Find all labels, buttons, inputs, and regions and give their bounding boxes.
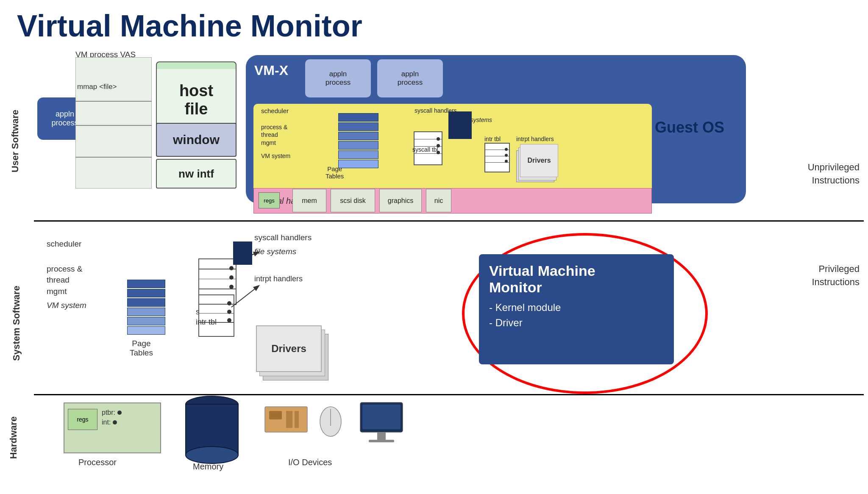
- guest-scsi-disk-box: scsi disk: [331, 189, 375, 212]
- vas-container: [75, 57, 152, 189]
- hw-io-icons-svg: [263, 398, 411, 453]
- system-software-label: System Software: [11, 286, 22, 361]
- guest-filesys-dark: [448, 111, 472, 139]
- guest-vm-system-label: VM system: [261, 153, 290, 159]
- guest-os-inner: scheduler process & thread mgmt VM syste…: [253, 104, 652, 197]
- sys-filesys-dark-box: [233, 241, 252, 265]
- vas-line-2: [75, 125, 152, 126]
- guest-os-label: Guest OS: [655, 119, 724, 136]
- guest-drivers-box: Drivers: [516, 150, 554, 182]
- unprivileged-instructions-label: Unprivileged Instructions: [808, 161, 860, 187]
- page-title: Virtual Machine Monitor: [17, 8, 362, 43]
- guest-syscall-tbl-label: syscall tbl: [412, 146, 438, 153]
- privileged-instructions-label: Privileged Instructions: [812, 263, 860, 289]
- window-label: window: [173, 133, 220, 147]
- sys-page-tables-label: Page Tables: [130, 339, 153, 358]
- sys-file-systems-label: file systems: [254, 247, 296, 256]
- host-file-label: host file: [179, 82, 213, 118]
- guest-appln-box-1: appln process: [305, 59, 371, 97]
- vmm-item-1: - Kernel module: [489, 302, 664, 314]
- guest-appln-2-label: appln process: [398, 70, 423, 87]
- vmm-item-2: - Driver: [489, 317, 664, 329]
- sys-drivers-box-front: Drivers: [256, 325, 322, 372]
- guest-appln-box-2: appln process: [377, 59, 443, 97]
- hw-ptbr-label: ptbr:: [102, 409, 115, 416]
- sys-pt-stack: [127, 280, 165, 336]
- sys-syscall-handlers-label: syscall handlers: [254, 233, 312, 242]
- vmm-box-title: Virtual Machine Monitor: [489, 263, 664, 296]
- hardware-label: Hardware: [8, 416, 19, 459]
- sys-drivers-label: Drivers: [271, 343, 306, 355]
- sys-vm-system-label: VM system: [47, 301, 86, 310]
- hw-ptbr-dot: [117, 411, 122, 415]
- sys-scheduler-label: scheduler: [47, 239, 81, 249]
- sys-intr-tbl-lines: [198, 294, 234, 337]
- sys-process-thread-label: process & thread mgmt: [47, 252, 82, 297]
- nwintf-box: nw intf: [156, 159, 236, 189]
- divider-system-hardware: [34, 394, 864, 395]
- svg-rect-8: [295, 411, 299, 428]
- hw-processor-label: Processor: [78, 458, 117, 467]
- guest-pt-stack: [338, 113, 378, 169]
- guest-scheduler-label: scheduler: [261, 107, 289, 114]
- hw-processor-area: regs ptbr: int:: [64, 402, 161, 453]
- vmm-box: Virtual Machine Monitor - Kernel module …: [479, 254, 674, 364]
- guest-intr-tbl-label: intr tbl: [484, 136, 501, 142]
- guest-mem-box: mem: [292, 189, 326, 212]
- guest-intrpt-handlers-label: intrpt handlers: [516, 136, 554, 142]
- hw-memory-svg: [182, 394, 242, 466]
- hw-io-devices-label: I/O Devices: [288, 458, 332, 467]
- vas-line-3: [75, 157, 152, 158]
- hw-memory-label: Memory: [193, 462, 223, 472]
- svg-rect-14: [369, 440, 394, 442]
- mmap-label: mmap <file>: [77, 83, 117, 91]
- guest-nic-box: nic: [426, 189, 451, 212]
- hw-int-label: int:: [102, 419, 111, 426]
- window-box: window: [156, 123, 236, 157]
- sys-intrpt-handlers-label: intrpt handlers: [254, 275, 303, 283]
- hw-regs-box: regs: [68, 409, 97, 430]
- guest-appln-1-label: appln process: [326, 70, 351, 87]
- divider-user-system: [34, 220, 864, 222]
- guest-intr-tbl-lines: [484, 143, 510, 172]
- nwintf-label: nw intf: [178, 167, 214, 180]
- vas-line-1: [75, 101, 152, 102]
- svg-rect-12: [362, 405, 401, 429]
- guest-graphics-box: graphics: [379, 189, 422, 212]
- svg-rect-13: [377, 432, 386, 441]
- host-appln-process-label: appln process: [51, 110, 78, 128]
- host-file-scroll: host file: [156, 61, 236, 131]
- guest-regs-box: regs: [259, 192, 280, 208]
- user-software-label: User Software: [10, 110, 21, 172]
- vmx-label: VM-X: [254, 63, 288, 78]
- hw-int-dot: [113, 420, 117, 425]
- guest-drivers-label: Drivers: [527, 157, 551, 164]
- svg-rect-7: [286, 411, 292, 428]
- sys-intr-tbl-label: intr tbl: [196, 318, 217, 327]
- svg-point-4: [186, 447, 238, 463]
- guest-process-thread-label: process & thread mgmt: [261, 116, 287, 147]
- svg-rect-6: [269, 411, 282, 419]
